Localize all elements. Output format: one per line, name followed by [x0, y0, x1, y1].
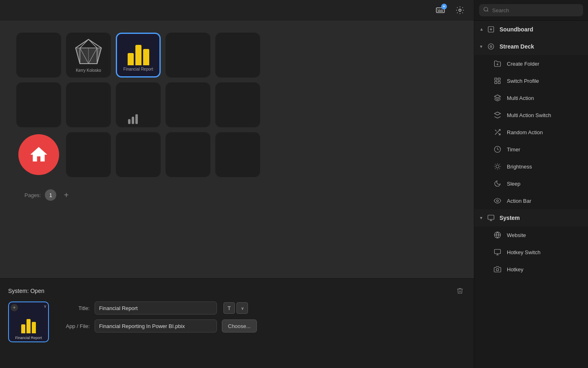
sidebar-item-action-bar[interactable]: Action Bar: [474, 192, 588, 209]
search-input[interactable]: [492, 7, 579, 13]
svg-marker-9: [76, 48, 80, 64]
sidebar-item-hotkey-switch[interactable]: Hotkey Switch: [474, 244, 588, 261]
svg-line-13: [88, 39, 97, 48]
title-chevron-button[interactable]: ∨: [237, 302, 248, 314]
key-cell-7[interactable]: [116, 82, 161, 127]
svg-line-12: [80, 39, 88, 48]
item-icon-random-action: [493, 128, 502, 137]
item-icon-create-folder: [493, 59, 502, 68]
form-fields: Title: T ∨ App / File: Choose...: [57, 301, 466, 333]
item-label-action-bar: Action Bar: [507, 198, 531, 204]
svg-rect-27: [498, 78, 500, 80]
item-icon-hotkey-switch: [493, 248, 502, 257]
svg-line-43: [495, 168, 495, 169]
sidebar-item-multi-action[interactable]: Multi Action: [474, 89, 588, 106]
section-chevron-system: ▾: [480, 215, 482, 221]
svg-point-45: [497, 200, 499, 202]
item-label-multi-action: Multi Action: [507, 95, 534, 101]
key-cell-11[interactable]: [66, 132, 111, 177]
key-cell-6[interactable]: [66, 82, 111, 127]
section-header-soundboard[interactable]: ▸ Soundboard: [474, 21, 588, 38]
section-chevron-streamdeck: ▾: [480, 44, 482, 49]
section-icon-system: [486, 213, 495, 222]
item-icon-sleep: [493, 179, 502, 188]
svg-line-33: [498, 133, 500, 135]
financial-label: Financial Report: [122, 67, 155, 71]
sidebar-item-sleep[interactable]: Sleep: [474, 175, 588, 192]
sidebar-item-multi-action-switch[interactable]: Multi Action Switch: [474, 106, 588, 124]
add-badge: +: [441, 4, 447, 9]
key-cell-10[interactable]: [16, 132, 61, 177]
right-sidebar: ▸ Soundboard ▾ Stream Deck Create Folder…: [474, 0, 588, 368]
svg-point-23: [490, 46, 492, 48]
title-controls: T ∨: [223, 302, 248, 314]
pages-label: Pages:: [24, 192, 41, 198]
kerry-label: Kerry Kolosko: [74, 68, 103, 73]
sidebar-item-random-action[interactable]: Random Action: [474, 124, 588, 141]
settings-button[interactable]: [453, 3, 467, 18]
item-icon-website: [493, 231, 502, 239]
item-label-timer: Timer: [507, 146, 520, 153]
sidebar-item-switch-profile[interactable]: Switch Profile: [474, 72, 588, 89]
bottom-header: System: Open: [8, 285, 466, 297]
sidebar-item-create-folder[interactable]: Create Folder: [474, 55, 588, 72]
choose-button[interactable]: Choose...: [222, 319, 257, 333]
key-cell-14[interactable]: [215, 132, 260, 177]
section-title-system: System: [500, 215, 520, 221]
key-cell-12[interactable]: [116, 132, 161, 177]
title-input[interactable]: [95, 301, 217, 315]
bottom-content: + ∨ Financial Report Title:: [8, 301, 466, 342]
key-cell-1[interactable]: Kerry Kolosko: [66, 33, 111, 78]
key-preview-add-button[interactable]: +: [11, 304, 18, 311]
section-icon-soundboard: [486, 25, 495, 34]
item-label-create-folder: Create Folder: [507, 61, 539, 67]
add-page-button[interactable]: +: [60, 189, 72, 201]
key-cell-9[interactable]: [215, 82, 260, 127]
svg-marker-10: [97, 48, 102, 64]
item-icon-timer: [493, 145, 502, 154]
key-cell-3[interactable]: [166, 33, 210, 78]
top-bar: +: [0, 0, 474, 20]
key-cell-4[interactable]: [215, 33, 260, 78]
key-cell-0[interactable]: [16, 33, 61, 78]
item-icon-brightness: [493, 162, 502, 171]
delete-button[interactable]: [454, 285, 466, 297]
svg-rect-28: [495, 82, 497, 84]
sidebar-item-website[interactable]: Website: [474, 226, 588, 244]
item-label-switch-profile: Switch Profile: [507, 78, 539, 84]
key-cell-2[interactable]: Financial Report: [116, 33, 161, 78]
title-format-button[interactable]: T: [223, 302, 235, 314]
key-cell-13[interactable]: [166, 132, 210, 177]
section-header-streamdeck[interactable]: ▾ Stream Deck: [474, 38, 588, 55]
svg-point-36: [496, 165, 499, 168]
bottom-panel: System: Open + ∨: [0, 278, 474, 368]
item-icon-hotkey: [493, 265, 502, 274]
title-row: Title: T ∨: [57, 301, 466, 315]
item-label-sleep: Sleep: [507, 181, 520, 187]
page-1-button[interactable]: 1: [45, 189, 56, 201]
appfile-input[interactable]: [95, 319, 217, 333]
svg-rect-46: [488, 215, 494, 219]
volume-indicator: [128, 114, 138, 124]
key-cell-8[interactable]: [166, 82, 210, 127]
item-label-hotkey-switch: Hotkey Switch: [507, 249, 540, 255]
section-header-system[interactable]: ▾ System: [474, 209, 588, 226]
pages-bar: Pages: 1 +: [24, 189, 72, 201]
section-title-streamdeck: Stream Deck: [500, 43, 534, 50]
svg-line-39: [495, 164, 495, 164]
sidebar-item-brightness[interactable]: Brightness: [474, 158, 588, 175]
sidebar-item-timer[interactable]: Timer: [474, 141, 588, 158]
add-key-button[interactable]: +: [433, 3, 448, 18]
sidebar-item-hotkey[interactable]: Hotkey: [474, 261, 588, 278]
section-icon-streamdeck: [486, 42, 495, 51]
svg-rect-26: [495, 78, 497, 80]
svg-marker-31: [495, 112, 501, 115]
item-label-hotkey: Hotkey: [507, 266, 523, 273]
svg-point-22: [488, 44, 494, 49]
svg-rect-29: [498, 82, 500, 84]
key-preview: + ∨ Financial Report: [8, 301, 49, 342]
svg-marker-30: [495, 95, 501, 98]
key-preview-chevron[interactable]: ∨: [44, 304, 46, 308]
section-title-soundboard: Soundboard: [500, 26, 533, 33]
key-cell-5[interactable]: [16, 82, 61, 127]
